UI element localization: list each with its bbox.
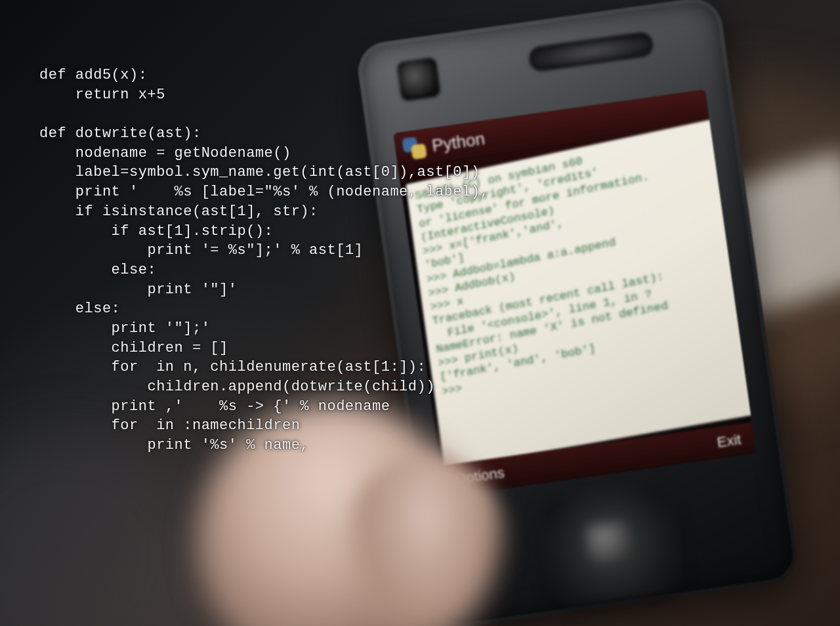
phone-camera xyxy=(396,57,441,102)
dpad[interactable] xyxy=(537,479,682,608)
app-title: Python xyxy=(430,128,486,156)
python-logo-icon xyxy=(402,136,427,161)
phone-screen: Python ▾◢ Abc 0 S8.42) (C) on symbian s6… xyxy=(393,89,756,497)
scene: Python ▾◢ Abc 0 S8.42) (C) on symbian s6… xyxy=(0,0,840,626)
background-blur xyxy=(0,429,197,626)
softkey-right[interactable]: Exit xyxy=(716,431,742,451)
